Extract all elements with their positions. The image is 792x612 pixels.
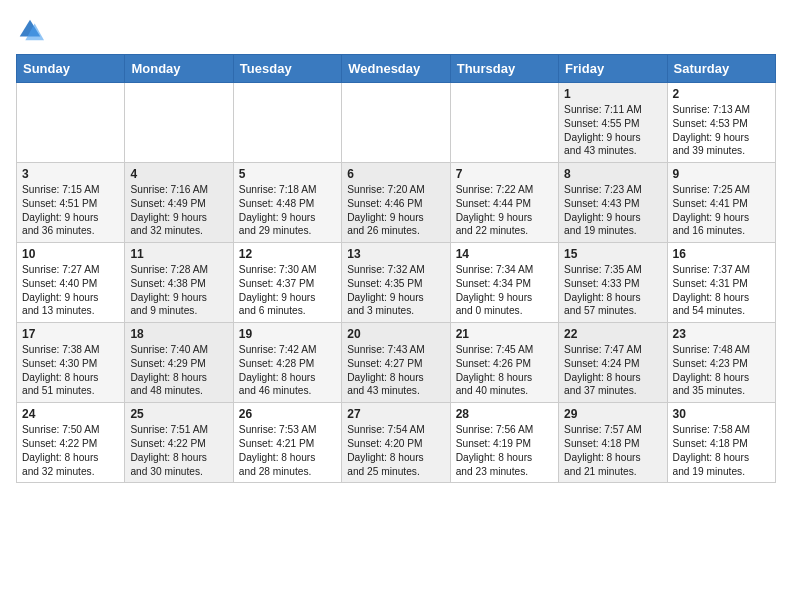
day-info: Sunrise: 7:48 AM Sunset: 4:23 PM Dayligh…	[673, 343, 770, 398]
logo-icon	[16, 16, 44, 44]
calendar-cell: 10Sunrise: 7:27 AM Sunset: 4:40 PM Dayli…	[17, 243, 125, 323]
calendar-cell: 20Sunrise: 7:43 AM Sunset: 4:27 PM Dayli…	[342, 323, 450, 403]
calendar-week-5: 24Sunrise: 7:50 AM Sunset: 4:22 PM Dayli…	[17, 403, 776, 483]
day-info: Sunrise: 7:32 AM Sunset: 4:35 PM Dayligh…	[347, 263, 444, 318]
day-info: Sunrise: 7:58 AM Sunset: 4:18 PM Dayligh…	[673, 423, 770, 478]
calendar-cell: 11Sunrise: 7:28 AM Sunset: 4:38 PM Dayli…	[125, 243, 233, 323]
day-number: 1	[564, 87, 661, 101]
weekday-header-thursday: Thursday	[450, 55, 558, 83]
calendar-cell: 4Sunrise: 7:16 AM Sunset: 4:49 PM Daylig…	[125, 163, 233, 243]
day-number: 10	[22, 247, 119, 261]
day-number: 17	[22, 327, 119, 341]
day-number: 9	[673, 167, 770, 181]
weekday-header-monday: Monday	[125, 55, 233, 83]
day-number: 2	[673, 87, 770, 101]
calendar-cell: 30Sunrise: 7:58 AM Sunset: 4:18 PM Dayli…	[667, 403, 775, 483]
day-number: 11	[130, 247, 227, 261]
day-info: Sunrise: 7:18 AM Sunset: 4:48 PM Dayligh…	[239, 183, 336, 238]
day-info: Sunrise: 7:54 AM Sunset: 4:20 PM Dayligh…	[347, 423, 444, 478]
day-number: 13	[347, 247, 444, 261]
logo	[16, 16, 48, 44]
calendar-cell: 1Sunrise: 7:11 AM Sunset: 4:55 PM Daylig…	[559, 83, 667, 163]
calendar-cell: 25Sunrise: 7:51 AM Sunset: 4:22 PM Dayli…	[125, 403, 233, 483]
calendar-table: SundayMondayTuesdayWednesdayThursdayFrid…	[16, 54, 776, 483]
calendar-cell: 22Sunrise: 7:47 AM Sunset: 4:24 PM Dayli…	[559, 323, 667, 403]
calendar-cell: 19Sunrise: 7:42 AM Sunset: 4:28 PM Dayli…	[233, 323, 341, 403]
day-number: 27	[347, 407, 444, 421]
day-info: Sunrise: 7:22 AM Sunset: 4:44 PM Dayligh…	[456, 183, 553, 238]
day-number: 24	[22, 407, 119, 421]
calendar-cell: 2Sunrise: 7:13 AM Sunset: 4:53 PM Daylig…	[667, 83, 775, 163]
calendar-cell: 16Sunrise: 7:37 AM Sunset: 4:31 PM Dayli…	[667, 243, 775, 323]
calendar-cell: 7Sunrise: 7:22 AM Sunset: 4:44 PM Daylig…	[450, 163, 558, 243]
calendar-cell: 8Sunrise: 7:23 AM Sunset: 4:43 PM Daylig…	[559, 163, 667, 243]
day-number: 20	[347, 327, 444, 341]
day-info: Sunrise: 7:20 AM Sunset: 4:46 PM Dayligh…	[347, 183, 444, 238]
calendar-week-3: 10Sunrise: 7:27 AM Sunset: 4:40 PM Dayli…	[17, 243, 776, 323]
day-info: Sunrise: 7:25 AM Sunset: 4:41 PM Dayligh…	[673, 183, 770, 238]
calendar-cell: 27Sunrise: 7:54 AM Sunset: 4:20 PM Dayli…	[342, 403, 450, 483]
calendar-cell: 15Sunrise: 7:35 AM Sunset: 4:33 PM Dayli…	[559, 243, 667, 323]
day-number: 4	[130, 167, 227, 181]
day-number: 22	[564, 327, 661, 341]
day-info: Sunrise: 7:50 AM Sunset: 4:22 PM Dayligh…	[22, 423, 119, 478]
day-number: 23	[673, 327, 770, 341]
day-number: 19	[239, 327, 336, 341]
day-info: Sunrise: 7:42 AM Sunset: 4:28 PM Dayligh…	[239, 343, 336, 398]
calendar-week-4: 17Sunrise: 7:38 AM Sunset: 4:30 PM Dayli…	[17, 323, 776, 403]
calendar-cell: 21Sunrise: 7:45 AM Sunset: 4:26 PM Dayli…	[450, 323, 558, 403]
day-number: 21	[456, 327, 553, 341]
day-number: 5	[239, 167, 336, 181]
weekday-header-row: SundayMondayTuesdayWednesdayThursdayFrid…	[17, 55, 776, 83]
calendar-cell	[342, 83, 450, 163]
day-number: 30	[673, 407, 770, 421]
day-number: 15	[564, 247, 661, 261]
calendar-cell: 28Sunrise: 7:56 AM Sunset: 4:19 PM Dayli…	[450, 403, 558, 483]
day-info: Sunrise: 7:40 AM Sunset: 4:29 PM Dayligh…	[130, 343, 227, 398]
weekday-header-sunday: Sunday	[17, 55, 125, 83]
day-number: 25	[130, 407, 227, 421]
header	[16, 16, 776, 44]
day-info: Sunrise: 7:57 AM Sunset: 4:18 PM Dayligh…	[564, 423, 661, 478]
calendar-cell	[125, 83, 233, 163]
day-info: Sunrise: 7:11 AM Sunset: 4:55 PM Dayligh…	[564, 103, 661, 158]
day-number: 12	[239, 247, 336, 261]
day-number: 16	[673, 247, 770, 261]
calendar-cell: 5Sunrise: 7:18 AM Sunset: 4:48 PM Daylig…	[233, 163, 341, 243]
day-info: Sunrise: 7:16 AM Sunset: 4:49 PM Dayligh…	[130, 183, 227, 238]
day-info: Sunrise: 7:34 AM Sunset: 4:34 PM Dayligh…	[456, 263, 553, 318]
calendar-cell: 26Sunrise: 7:53 AM Sunset: 4:21 PM Dayli…	[233, 403, 341, 483]
calendar-week-1: 1Sunrise: 7:11 AM Sunset: 4:55 PM Daylig…	[17, 83, 776, 163]
day-info: Sunrise: 7:47 AM Sunset: 4:24 PM Dayligh…	[564, 343, 661, 398]
calendar-cell: 12Sunrise: 7:30 AM Sunset: 4:37 PM Dayli…	[233, 243, 341, 323]
day-info: Sunrise: 7:15 AM Sunset: 4:51 PM Dayligh…	[22, 183, 119, 238]
calendar-container: SundayMondayTuesdayWednesdayThursdayFrid…	[0, 0, 792, 493]
calendar-week-2: 3Sunrise: 7:15 AM Sunset: 4:51 PM Daylig…	[17, 163, 776, 243]
day-number: 6	[347, 167, 444, 181]
day-number: 7	[456, 167, 553, 181]
weekday-header-saturday: Saturday	[667, 55, 775, 83]
calendar-cell: 17Sunrise: 7:38 AM Sunset: 4:30 PM Dayli…	[17, 323, 125, 403]
calendar-cell: 24Sunrise: 7:50 AM Sunset: 4:22 PM Dayli…	[17, 403, 125, 483]
calendar-header: SundayMondayTuesdayWednesdayThursdayFrid…	[17, 55, 776, 83]
day-info: Sunrise: 7:27 AM Sunset: 4:40 PM Dayligh…	[22, 263, 119, 318]
day-number: 26	[239, 407, 336, 421]
day-info: Sunrise: 7:43 AM Sunset: 4:27 PM Dayligh…	[347, 343, 444, 398]
calendar-cell: 18Sunrise: 7:40 AM Sunset: 4:29 PM Dayli…	[125, 323, 233, 403]
calendar-cell: 23Sunrise: 7:48 AM Sunset: 4:23 PM Dayli…	[667, 323, 775, 403]
calendar-cell	[233, 83, 341, 163]
day-number: 18	[130, 327, 227, 341]
calendar-cell: 29Sunrise: 7:57 AM Sunset: 4:18 PM Dayli…	[559, 403, 667, 483]
day-info: Sunrise: 7:28 AM Sunset: 4:38 PM Dayligh…	[130, 263, 227, 318]
calendar-cell	[450, 83, 558, 163]
weekday-header-wednesday: Wednesday	[342, 55, 450, 83]
weekday-header-tuesday: Tuesday	[233, 55, 341, 83]
day-number: 3	[22, 167, 119, 181]
day-number: 14	[456, 247, 553, 261]
calendar-body: 1Sunrise: 7:11 AM Sunset: 4:55 PM Daylig…	[17, 83, 776, 483]
day-info: Sunrise: 7:53 AM Sunset: 4:21 PM Dayligh…	[239, 423, 336, 478]
day-info: Sunrise: 7:38 AM Sunset: 4:30 PM Dayligh…	[22, 343, 119, 398]
day-info: Sunrise: 7:30 AM Sunset: 4:37 PM Dayligh…	[239, 263, 336, 318]
weekday-header-friday: Friday	[559, 55, 667, 83]
day-info: Sunrise: 7:51 AM Sunset: 4:22 PM Dayligh…	[130, 423, 227, 478]
